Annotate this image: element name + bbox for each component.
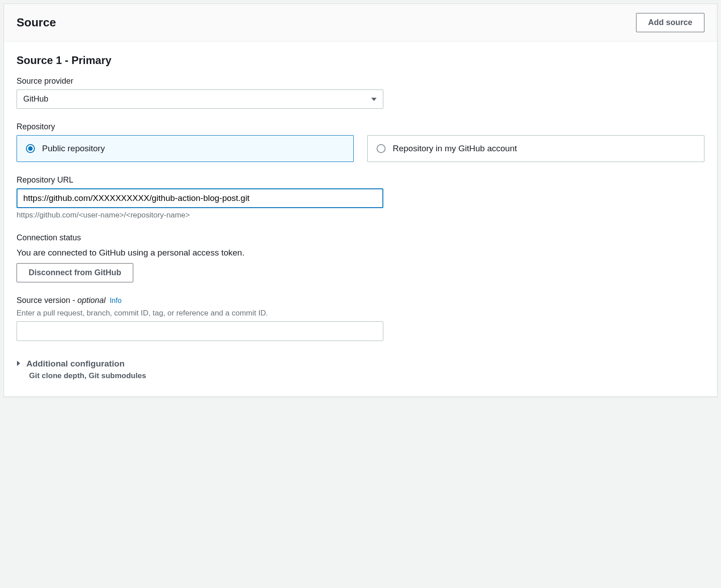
additional-configuration-section: Additional configuration Git clone depth… <box>17 359 704 380</box>
radio-icon <box>377 144 386 153</box>
panel-body: Source 1 - Primary Source provider GitHu… <box>4 42 717 396</box>
connection-status-label: Connection status <box>17 233 704 243</box>
source-provider-field: Source provider GitHub <box>17 77 704 109</box>
radio-public-repository[interactable]: Public repository <box>17 135 354 162</box>
source-version-hint: Enter a pull request, branch, commit ID,… <box>17 309 704 318</box>
repository-url-hint: https://github.com/<user-name>/<reposito… <box>17 211 704 220</box>
connection-status-text: You are connected to GitHub using a pers… <box>17 248 704 258</box>
source-provider-value: GitHub <box>23 94 48 104</box>
radio-icon <box>26 144 35 153</box>
info-link[interactable]: Info <box>110 297 122 304</box>
additional-configuration-title: Additional configuration <box>26 359 125 369</box>
repository-url-input[interactable] <box>17 188 383 208</box>
source-version-input[interactable] <box>17 321 383 341</box>
source-panel: Source Add source Source 1 - Primary Sou… <box>4 4 717 397</box>
panel-header: Source Add source <box>4 4 717 42</box>
radio-public-label: Public repository <box>42 144 105 153</box>
source-provider-select[interactable]: GitHub <box>17 89 383 109</box>
repository-field: Repository Public repository Repository … <box>17 122 704 162</box>
disconnect-github-button[interactable]: Disconnect from GitHub <box>17 263 133 282</box>
caret-right-icon <box>17 359 21 369</box>
repository-radio-group: Public repository Repository in my GitHu… <box>17 135 704 162</box>
source-version-field: Source version - optional Info Enter a p… <box>17 296 704 341</box>
additional-configuration-subtitle: Git clone depth, Git submodules <box>29 371 704 380</box>
source-version-label: Source version - optional Info <box>17 296 704 305</box>
connection-status-field: Connection status You are connected to G… <box>17 233 704 282</box>
section-title: Source 1 - Primary <box>17 54 704 67</box>
add-source-button[interactable]: Add source <box>636 13 704 32</box>
radio-account-label: Repository in my GitHub account <box>393 144 517 153</box>
repository-url-field: Repository URL https://github.com/<user-… <box>17 175 704 220</box>
source-provider-label: Source provider <box>17 77 704 86</box>
additional-configuration-toggle[interactable]: Additional configuration <box>17 359 704 369</box>
panel-title: Source <box>17 16 56 30</box>
repository-label: Repository <box>17 122 704 132</box>
radio-github-account-repository[interactable]: Repository in my GitHub account <box>367 135 704 162</box>
repository-url-label: Repository URL <box>17 175 704 185</box>
